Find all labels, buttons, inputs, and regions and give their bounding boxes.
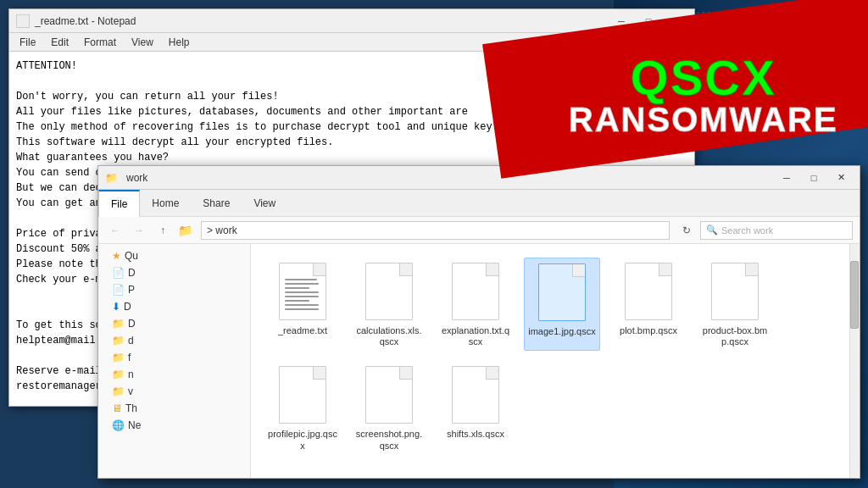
forward-button[interactable]: → [129,220,149,241]
file-icon [535,262,589,323]
sidebar-item-f[interactable]: 📁 f [98,349,250,366]
ribbon-tab-home[interactable]: Home [140,190,191,217]
sidebar-label-v: v [128,385,133,397]
sidebar-item-d1[interactable]: 📄 D [98,264,250,281]
file-icon [448,364,503,425]
file-icon [708,261,762,322]
sidebar-label-d1: D [128,267,136,279]
sidebar-item-th[interactable]: 🖥 Th [98,400,250,417]
file-item[interactable]: plot.bmp.qscx [610,258,687,351]
file-name: shifts.xls.qscx [447,429,504,440]
file-icon [362,364,416,425]
doc-shape [538,263,586,321]
explorer-titlebar: 📁 work ─ □ ✕ [98,166,860,190]
ribbon-tab-share[interactable]: Share [191,190,242,217]
file-name: profilepic.jpg.qscx [268,429,337,451]
sidebar-item-ne[interactable]: 🌐 Ne [98,417,250,434]
explorer-title: work [126,172,147,184]
titlebar-left: _readme.txt - Notepad [16,14,136,28]
sidebar-label-down: D [124,301,131,313]
file-icon [275,364,330,425]
sidebar-panel: ★ Qu 📄 D 📄 P ⬇ D 📁 D 📁 d [98,244,251,478]
doc-shape [711,263,759,320]
sidebar-item-downloads[interactable]: ⬇ D [98,298,250,315]
up-button[interactable]: ↑ [153,220,173,241]
doc-shape [279,263,326,320]
back-button[interactable]: ← [105,220,125,241]
file-icon [448,261,503,322]
explorer-window: 📁 work ─ □ ✕ File Home Share View ← → ↑ … [97,165,860,479]
sidebar-label-th: Th [125,402,137,414]
notepad-title: _readme.txt - Notepad [35,15,136,27]
star-icon: ★ [112,250,121,262]
notepad-icon [16,14,30,28]
doc-shape [625,263,672,320]
explorer-close[interactable]: ✕ [829,169,853,186]
explorer-ribbon: File Home Share View [98,190,860,217]
explorer-toolbar: ← → ↑ 📁 > work ↻ 🔍 Search work [98,217,860,244]
refresh-button[interactable]: ↻ [676,220,697,241]
ribbon-tab-file[interactable]: File [98,190,140,217]
menu-view[interactable]: View [125,35,160,50]
file-name: explanation.txt.qscx [441,325,510,347]
banner-title: QSCX [631,53,776,103]
sidebar-label-ne: Ne [128,419,141,431]
sidebar-item-v[interactable]: 📁 v [98,383,250,400]
search-placeholder: Search work [721,225,773,236]
explorer-maximize[interactable]: □ [802,169,826,186]
search-bar[interactable]: 🔍 Search work [700,221,853,240]
banner-text: QSCX RANSOMWARE [569,53,838,136]
sidebar-label-p: P [128,284,135,296]
doc-shape [365,263,413,320]
scrollbar-thumb[interactable] [850,261,859,329]
sidebar-item-d2[interactable]: 📁 D [98,315,250,332]
menu-file[interactable]: File [13,35,42,50]
file-item[interactable]: explanation.txt.qscx [437,258,514,351]
sidebar-label-n: n [128,369,134,380]
folder-icon-v: 📁 [112,385,125,397]
sidebar-item-quick-access[interactable]: ★ Qu [98,247,250,264]
doc-shape [279,366,326,424]
file-icon [362,261,416,322]
sidebar-label-d2: D [128,318,136,330]
doc-icon-1: 📄 [112,267,125,279]
sidebar-item-n[interactable]: 📁 n [98,366,250,383]
explorer-titlebar-left: 📁 work [105,172,147,184]
sidebar-label-dl: d [128,335,134,347]
address-bar[interactable]: > work [201,221,670,240]
file-item[interactable]: product-box.bmp.qscx [697,258,773,351]
scrollbar[interactable] [849,244,860,478]
folder-icon-dl: 📁 [112,335,125,347]
doc-shape [452,263,499,320]
banner-subtitle: RANSOMWARE [569,103,838,136]
ribbon-tab-view[interactable]: View [242,190,287,217]
folder-icon-d: 📁 [112,318,125,330]
files-area: _readme.txtcalculations.xls.qscxexplanat… [251,244,849,478]
file-item[interactable]: _readme.txt [264,258,341,351]
network-icon: 🌐 [112,419,125,431]
sidebar-label-f: f [128,352,131,363]
file-item[interactable]: screenshot.png.qscx [351,361,427,454]
sidebar-item-p[interactable]: 📄 P [98,281,250,298]
file-item[interactable]: calculations.xls.qscx [351,258,427,351]
folder-icon: 📁 [178,224,192,237]
menu-edit[interactable]: Edit [44,35,75,50]
file-item[interactable]: shifts.xls.qscx [437,361,514,454]
menu-help[interactable]: Help [162,35,197,50]
computer-icon: 🖥 [112,402,122,414]
download-icon: ⬇ [112,301,120,313]
search-icon: 🔍 [706,225,718,236]
sidebar-label-qu: Qu [125,250,138,262]
file-name: image1.jpg.qscx [528,326,596,337]
file-icon [275,261,330,322]
file-item[interactable]: image1.jpg.qscx [524,258,600,351]
doc-shape [365,366,413,424]
file-item[interactable]: profilepic.jpg.qscx [264,361,341,454]
explorer-minimize[interactable]: ─ [775,169,798,186]
file-name: product-box.bmp.qscx [700,325,770,347]
file-name: _readme.txt [278,325,327,336]
doc-shape [452,366,499,424]
file-name: calculations.xls.qscx [354,325,424,347]
sidebar-item-d-lower[interactable]: 📁 d [98,332,250,349]
menu-format[interactable]: Format [77,35,123,50]
